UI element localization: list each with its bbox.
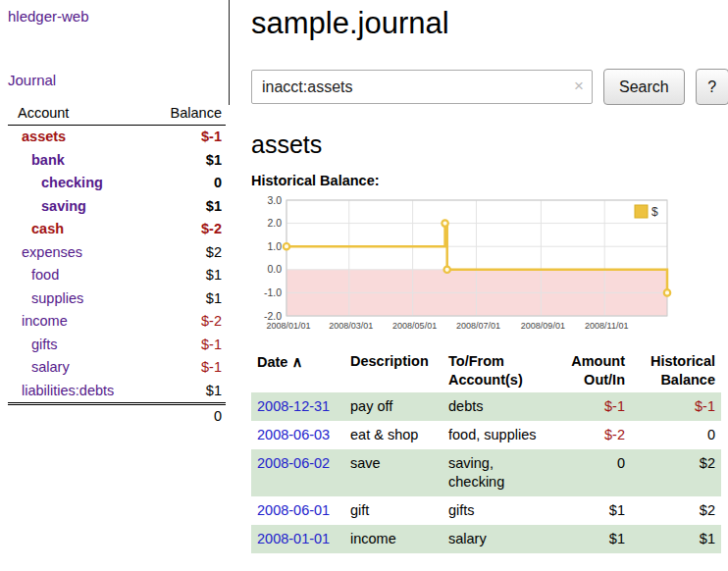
- help-button[interactable]: ?: [696, 69, 728, 105]
- svg-text:2008/07/01: 2008/07/01: [456, 321, 500, 331]
- search-input[interactable]: [251, 70, 593, 104]
- column-header-amount: Amount Out/In: [552, 349, 631, 392]
- account-balance: $1: [206, 289, 222, 309]
- svg-text:2008/01/01: 2008/01/01: [266, 321, 310, 331]
- account-balance: $1: [206, 151, 222, 171]
- account-balance: $2: [206, 243, 222, 263]
- svg-text:-2.0: -2.0: [264, 310, 282, 322]
- account-row: expenses $2: [8, 241, 226, 265]
- account-balance: $-2: [201, 220, 222, 239]
- transaction-balance: $2: [631, 449, 721, 496]
- account-link-saving[interactable]: saving: [12, 197, 86, 217]
- search-button[interactable]: Search: [603, 69, 685, 105]
- historical-balance-chart: 3.02.01.00.0-1.0-2.02008/01/012008/03/01…: [251, 192, 673, 337]
- svg-text:0.0: 0.0: [267, 263, 282, 275]
- transaction-date-link[interactable]: 2008-06-03: [257, 427, 330, 442]
- app-title-link[interactable]: hledger-web: [8, 8, 89, 25]
- transaction-accounts: salary: [442, 525, 552, 553]
- account-row: assets $-1: [8, 126, 226, 149]
- transaction-amount: $-1: [552, 392, 631, 421]
- total-row: 0: [8, 402, 226, 427]
- account-balance-table: Account Balance assets $-1 bank $1 check…: [8, 102, 226, 427]
- transactions-header-row: Date ∧ Description To/From Account(s) Am…: [251, 349, 721, 392]
- transaction-accounts: food, supplies: [442, 421, 552, 449]
- account-link-checking[interactable]: checking: [12, 174, 103, 193]
- account-link-income[interactable]: income: [12, 312, 68, 332]
- transaction-row: 2008-06-03 eat & shop food, supplies $-2…: [251, 421, 721, 449]
- account-link-gifts[interactable]: gifts: [12, 336, 58, 355]
- sort-asc-icon: ∧: [291, 353, 302, 370]
- transaction-date-link[interactable]: 2008-06-01: [257, 502, 330, 518]
- column-header-accounts: To/From Account(s): [442, 349, 552, 392]
- transactions-table: Date ∧ Description To/From Account(s) Am…: [251, 349, 721, 553]
- svg-text:1.0: 1.0: [267, 240, 282, 252]
- transaction-row: 2008-12-31 pay off debts $-1 $-1: [251, 392, 721, 421]
- column-header-date[interactable]: Date ∧: [251, 349, 344, 392]
- svg-text:2008/05/01: 2008/05/01: [392, 321, 437, 331]
- account-link-assets[interactable]: assets: [12, 128, 66, 147]
- transaction-amount: $-2: [552, 421, 631, 449]
- svg-text:2008/11/01: 2008/11/01: [585, 321, 628, 331]
- transaction-balance: $2: [631, 496, 721, 525]
- sidebar: hledger-web Journal Account Balance asse…: [0, 0, 235, 553]
- account-row: liabilities:debts $1: [8, 380, 226, 403]
- account-balance: $-1: [201, 358, 222, 378]
- transaction-date-link[interactable]: 2008-06-02: [257, 455, 330, 471]
- transaction-accounts: debts: [442, 392, 552, 421]
- main-content: sample.journal × Search ? assets Histori…: [235, 0, 728, 553]
- account-table-header: Account Balance: [8, 102, 226, 126]
- svg-text:-1.0: -1.0: [264, 286, 282, 298]
- account-balance: $1: [206, 197, 222, 217]
- search-box: ×: [251, 70, 593, 104]
- transaction-description: gift: [344, 496, 442, 525]
- svg-text:2008/09/01: 2008/09/01: [521, 321, 565, 331]
- account-link-liabilities-debts[interactable]: liabilities:debts: [12, 382, 114, 401]
- account-link-bank[interactable]: bank: [12, 151, 65, 171]
- account-balance: $-1: [201, 336, 222, 355]
- transaction-row: 2008-06-01 gift gifts $1 $2: [251, 496, 721, 525]
- account-row: salary $-1: [8, 356, 226, 380]
- account-balance: $1: [206, 382, 222, 401]
- transaction-date-link[interactable]: 2008-12-31: [257, 398, 330, 414]
- account-row: supplies $1: [8, 287, 226, 311]
- clear-search-icon[interactable]: ×: [574, 77, 584, 96]
- transaction-description: save: [344, 449, 442, 496]
- account-link-cash[interactable]: cash: [12, 220, 64, 239]
- account-row: cash $-2: [8, 218, 226, 241]
- transaction-row: 2008-01-01 income salary $1 $1: [251, 525, 721, 553]
- chart-title: Historical Balance:: [251, 173, 728, 188]
- transaction-description: income: [344, 525, 442, 553]
- account-column-header: Account: [18, 105, 69, 121]
- column-header-balance: Historical Balance: [631, 349, 721, 392]
- sidebar-divider: [229, 0, 230, 105]
- transaction-amount: 0: [552, 449, 631, 496]
- account-balance: $-2: [201, 312, 222, 332]
- total-balance: 0: [214, 408, 222, 424]
- svg-text:2.0: 2.0: [267, 217, 282, 229]
- transaction-accounts: saving, checking: [442, 449, 552, 496]
- svg-text:2008/03/01: 2008/03/01: [329, 321, 373, 331]
- account-row: saving $1: [8, 195, 226, 219]
- account-balance: $-1: [201, 128, 222, 147]
- transaction-amount: $1: [552, 525, 631, 553]
- transaction-amount: $1: [552, 496, 631, 525]
- transaction-row: 2008-06-02 save saving, checking 0 $2: [251, 449, 721, 496]
- transaction-balance: $1: [631, 525, 721, 553]
- transaction-balance: $-1: [631, 392, 721, 421]
- account-row: gifts $-1: [8, 334, 226, 357]
- transaction-date-link[interactable]: 2008-01-01: [257, 531, 330, 546]
- transaction-description: eat & shop: [344, 421, 442, 449]
- page-title: sample.journal: [251, 6, 728, 41]
- account-link-salary[interactable]: salary: [12, 358, 70, 378]
- account-heading: assets: [251, 130, 728, 159]
- balance-column-header: Balance: [171, 105, 222, 121]
- account-link-supplies[interactable]: supplies: [12, 289, 83, 309]
- search-form: × Search ?: [251, 69, 728, 105]
- account-row: checking 0: [8, 172, 226, 195]
- svg-text:$: $: [651, 205, 658, 219]
- column-header-description: Description: [344, 349, 442, 392]
- account-row: bank $1: [8, 149, 226, 173]
- account-link-food[interactable]: food: [12, 266, 59, 286]
- sidebar-item-journal[interactable]: Journal: [8, 72, 56, 88]
- account-link-expenses[interactable]: expenses: [12, 243, 82, 263]
